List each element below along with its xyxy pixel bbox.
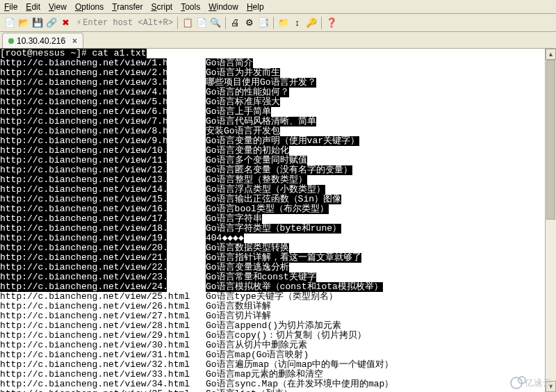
copy-icon[interactable]: 📋	[182, 17, 193, 28]
watermark-logo-icon	[510, 377, 523, 389]
terminal[interactable]: [root@nessus ~]# cat a1.txthttp://c.bian…	[0, 49, 556, 392]
scroll-track[interactable]	[546, 60, 556, 381]
paste-icon[interactable]: 📄	[196, 17, 207, 28]
terminal-line: http://c.biancheng.net/view/15.htmlGo语言输…	[0, 195, 556, 204]
terminal-line: http://c.biancheng.net/view/4.html Go语言的…	[0, 88, 556, 97]
scroll-thumb[interactable]	[546, 60, 555, 220]
terminal-line: http://c.biancheng.net/view/12.htmlGo语言匿…	[0, 165, 556, 175]
separator	[321, 17, 322, 29]
terminal-line: http://c.biancheng.net/view/14.htmlGo语言浮…	[0, 185, 556, 195]
prompt-line: [root@nessus ~]# cat a1.txt	[0, 49, 556, 58]
menu-tools[interactable]: Tools	[181, 2, 200, 12]
terminal-line: http://c.biancheng.net/view/33.htmlGo语言m…	[0, 370, 556, 379]
terminal-line: http://c.biancheng.net/view/21.htmlGo语言指…	[0, 253, 556, 263]
terminal-line: http://c.biancheng.net/view/3.html 哪些项目使…	[0, 78, 556, 88]
menu-help[interactable]: Help	[247, 2, 264, 12]
terminal-line: http://c.biancheng.net/view/28.htmlGo语言a…	[0, 321, 556, 331]
terminal-line: http://c.biancheng.net/view/13.htmlGo语言整…	[0, 175, 556, 185]
reconnect-icon[interactable]: 🔗	[46, 17, 57, 28]
menu-view[interactable]: View	[49, 2, 67, 12]
close-tab-icon[interactable]: ×	[72, 36, 77, 46]
terminal-line: http://c.biancheng.net/view/29.htmlGo语言c…	[0, 331, 556, 341]
help-icon[interactable]: ❓	[326, 17, 337, 28]
terminal-line: http://c.biancheng.net/view/5.html Go语言标…	[0, 97, 556, 107]
menu-bar: FileEditViewOptionsTransferScriptToolsWi…	[0, 0, 556, 14]
terminal-line: http://c.biancheng.net/view/18.htmlGo语言字…	[0, 224, 556, 234]
session-tab[interactable]: 10.30.40.216 ×	[2, 33, 83, 48]
terminal-line: http://c.biancheng.net/view/16.htmlGo语言b…	[0, 204, 556, 214]
terminal-line: http://c.biancheng.net/view/6.html Go语言上…	[0, 107, 556, 117]
terminal-line: http://c.biancheng.net/view/32.htmlGo语言遍…	[0, 360, 556, 370]
key-icon[interactable]: 🔑	[306, 17, 317, 28]
separator	[225, 17, 226, 29]
host-input[interactable]: ⚡ Enter host <Alt+R>	[76, 17, 173, 28]
tab-label: 10.30.40.216	[17, 36, 65, 46]
terminal-line: http://c.biancheng.net/view/27.htmlGo语言切…	[0, 311, 556, 321]
terminal-line: http://c.biancheng.net/view/2.html Go语言为…	[0, 68, 556, 78]
properties-icon[interactable]: ⚙	[244, 17, 255, 28]
folder-icon[interactable]: 📁	[278, 17, 289, 28]
disconnect-icon[interactable]: ✖	[60, 17, 71, 28]
terminal-line: http://c.biancheng.net/view/19.html404◆◆…	[0, 234, 556, 243]
separator	[273, 17, 274, 29]
new-session-icon[interactable]: 📄	[4, 17, 15, 28]
terminal-line: http://c.biancheng.net/view/31.htmlGo语言m…	[0, 350, 556, 360]
find-icon[interactable]: 🔍	[210, 17, 221, 28]
terminal-line: http://c.biancheng.net/view/30.htmlGo语言从…	[0, 341, 556, 350]
menu-window[interactable]: Window	[208, 2, 238, 12]
terminal-line: http://c.biancheng.net/view/26.htmlGo语言数…	[0, 302, 556, 311]
separator	[177, 17, 178, 29]
terminal-line: http://c.biancheng.net/view/23.htmlGo语言常…	[0, 272, 556, 282]
terminal-line: http://c.biancheng.net/view/10.htmlGo语言变…	[0, 146, 556, 156]
terminal-line: http://c.biancheng.net/view/35.htmlGo语言l…	[0, 389, 556, 392]
menu-script[interactable]: Script	[152, 2, 173, 12]
vertical-scrollbar[interactable]: ▲ ▼	[545, 49, 556, 392]
menu-edit[interactable]: Edit	[26, 2, 40, 12]
toolbar: 📄 📂 💾 🔗 ✖ ⚡ Enter host <Alt+R> 📋 📄 🔍 🖨 ⚙…	[0, 14, 556, 32]
watermark: 亿速云	[510, 377, 552, 389]
terminal-line: http://c.biancheng.net/view/9.html Go语言变…	[0, 136, 556, 146]
terminal-line: http://c.biancheng.net/view/24.htmlGo语言模…	[0, 282, 556, 292]
terminal-line: http://c.biancheng.net/view/20.htmlGo语言数…	[0, 243, 556, 253]
menu-file[interactable]: File	[4, 2, 17, 12]
terminal-line: http://c.biancheng.net/view/34.htmlGo语言s…	[0, 379, 556, 389]
terminal-line: http://c.biancheng.net/view/17.htmlGo语言字…	[0, 214, 556, 224]
transfer-icon[interactable]: ↕	[292, 17, 303, 28]
tab-bar: 10.30.40.216 ×	[0, 32, 556, 49]
sessions-icon[interactable]: 📑	[258, 17, 269, 28]
menu-transfer[interactable]: Transfer	[112, 2, 142, 12]
save-icon[interactable]: 💾	[32, 17, 43, 28]
terminal-line: http://c.biancheng.net/view/8.html 安装Go语…	[0, 126, 556, 136]
terminal-line: http://c.biancheng.net/view/7.html Go语言代…	[0, 117, 556, 126]
open-icon[interactable]: 📂	[18, 17, 29, 28]
terminal-line: http://c.biancheng.net/view/25.htmlGo语言t…	[0, 292, 556, 302]
print-icon[interactable]: 🖨	[230, 17, 241, 28]
status-dot-icon	[8, 38, 14, 44]
scroll-up-icon[interactable]: ▲	[546, 49, 556, 60]
terminal-line: http://c.biancheng.net/view/22.htmlGo语言变…	[0, 263, 556, 272]
terminal-line: http://c.biancheng.net/view/1.html Go语言简…	[0, 58, 556, 68]
menu-options[interactable]: Options	[75, 2, 104, 12]
terminal-line: http://c.biancheng.net/view/11.htmlGo语言多…	[0, 156, 556, 165]
